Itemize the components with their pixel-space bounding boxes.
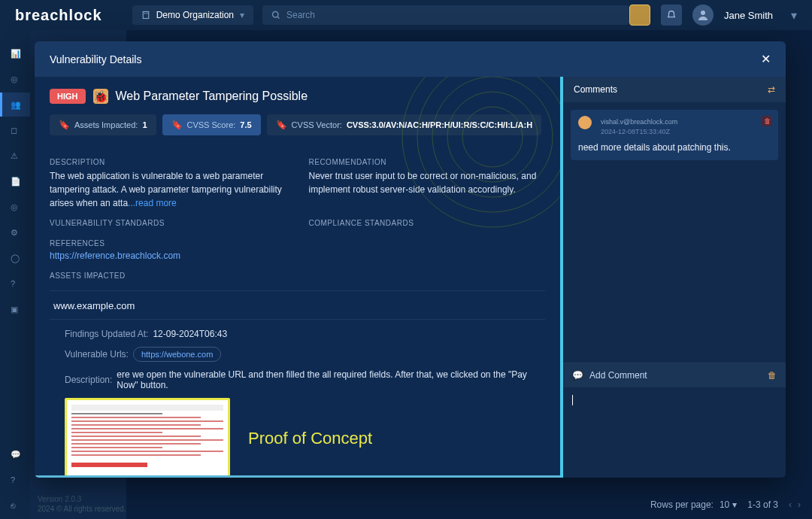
svg-point-3 xyxy=(273,12,279,18)
severity-badge: HIGH xyxy=(50,89,86,104)
building-icon xyxy=(141,11,150,20)
comment-date: 2024-12-08T15:33:40Z xyxy=(601,127,677,137)
comment-avatar xyxy=(578,116,592,129)
recommendation-text: Never trust user input to be correct or … xyxy=(309,169,546,196)
asset-domain[interactable]: www.example.com xyxy=(50,291,545,320)
sidebar-item[interactable]: ◯ xyxy=(0,246,30,270)
svg-point-5 xyxy=(701,11,705,15)
vulnerability-details-modal: Vulnerability Details ✕ HIGH 🐞 Web Param… xyxy=(35,41,786,478)
clear-comment-button[interactable]: 🗑 xyxy=(768,370,777,381)
svg-rect-1 xyxy=(144,13,145,14)
chevron-down-icon: ▾ xyxy=(732,499,737,510)
vuln-standards-label: VULNERABILITY STANDARDS xyxy=(50,219,286,227)
comment-author: vishal.v@breachlock.com xyxy=(601,117,677,127)
search-input[interactable]: Search xyxy=(262,5,629,25)
bookmark-icon: 🔖 xyxy=(276,120,287,130)
bell-icon[interactable] xyxy=(661,5,682,26)
vulnerable-url-pill[interactable]: https://webone.com xyxy=(133,347,221,362)
comment-text: need more details about patching this. xyxy=(578,142,771,153)
references-label: REFERENCES xyxy=(50,239,545,247)
logo: breachlock xyxy=(15,7,102,24)
bookmark-icon: 🔖 xyxy=(171,120,183,130)
sidebar-item[interactable]: 💬 xyxy=(0,442,30,466)
assets-impacted-label: ASSETS IMPACTED xyxy=(50,272,545,280)
sidebar: 📊 ◎ 👥 ◻ ⚠ 📄 ◎ ⚙ ◯ ? ▣ 💬 ? ⎋ xyxy=(0,30,30,519)
sidebar-item[interactable]: ◻ xyxy=(0,118,30,142)
sidebar-item[interactable]: ? xyxy=(0,468,30,492)
cvss-score-chip: 🔖 CVSS Score: 7.5 xyxy=(162,114,261,135)
description-text: The web application is vulnerable to a w… xyxy=(50,169,286,210)
cvss-vector-chip: 🔖 CVSS Vector: CVSS:3.0/AV:N/AC:H/PR:H/U… xyxy=(267,114,542,135)
svg-line-4 xyxy=(277,17,279,18)
rows-per-page-select[interactable]: 10 ▾ xyxy=(720,499,737,510)
comments-header: Comments xyxy=(574,84,617,95)
svg-rect-2 xyxy=(146,13,147,14)
pagination: Rows per page: 10 ▾ 1-3 of 3 ‹ › xyxy=(650,499,801,510)
sidebar-item[interactable]: ◎ xyxy=(0,195,30,219)
chevron-down-icon: ▾ xyxy=(240,10,244,20)
vulnerability-title: Web Parameter Tampering Possible xyxy=(116,90,308,103)
sidebar-item[interactable]: ◎ xyxy=(0,67,30,91)
sidebar-item[interactable]: ⚠ xyxy=(0,144,30,168)
modal-title: Vulnerability Details xyxy=(50,53,141,65)
delete-comment-button[interactable]: 🗑 xyxy=(762,116,772,126)
asset-description: ere we open the vulnerable URL and then … xyxy=(117,369,530,390)
footer: Version 2.0.3 2024 © All rights reserved… xyxy=(38,495,126,513)
comment-item: 🗑 vishal.v@breachlock.com 2024-12-08T15:… xyxy=(571,110,778,160)
chevron-down-icon[interactable]: ▾ xyxy=(791,8,797,23)
close-button[interactable]: ✕ xyxy=(761,52,771,66)
compliance-standards-label: COMPLIANCE STANDARDS xyxy=(309,219,546,227)
svg-rect-0 xyxy=(143,12,149,19)
expand-icon[interactable]: ⇄ xyxy=(768,84,775,95)
page-range: 1-3 of 3 xyxy=(747,499,778,510)
sidebar-item[interactable]: 📄 xyxy=(0,169,30,193)
sidebar-item[interactable]: ⎋ xyxy=(0,493,30,517)
bug-icon: 🐞 xyxy=(93,89,108,104)
assets-impacted-chip: 🔖 Assets Impacted: 1 xyxy=(50,114,156,135)
message-icon: 💬 xyxy=(572,370,583,381)
read-more-link[interactable]: ...read more xyxy=(128,198,177,208)
avatar[interactable] xyxy=(692,5,714,26)
reference-link[interactable]: https://reference.breachlock.com xyxy=(50,250,545,261)
sidebar-item[interactable]: ▣ xyxy=(0,297,30,321)
bookmark-icon: 🔖 xyxy=(59,120,70,130)
prev-page-button[interactable]: ‹ xyxy=(789,499,792,510)
sidebar-item[interactable]: 📊 xyxy=(0,41,30,65)
poc-label: Proof of Concept xyxy=(248,429,372,448)
sidebar-item[interactable]: 👥 xyxy=(0,93,30,117)
sidebar-item[interactable]: ⚙ xyxy=(0,220,30,244)
modal-header: Vulnerability Details ✕ xyxy=(35,41,786,77)
findings-updated-value: 12-09-2024T06:43 xyxy=(153,329,227,339)
org-selector[interactable]: Demo Organization ▾ xyxy=(132,5,253,25)
search-icon xyxy=(271,11,280,20)
user-name: Jane Smith xyxy=(724,10,773,21)
comments-pane: Comments ⇄ 🗑 vishal.v@breachlock.com 202… xyxy=(560,77,786,478)
description-label: DESCRIPTION xyxy=(50,158,286,166)
recommendation-label: RECOMMENDATION xyxy=(309,158,546,166)
scroll-indicator xyxy=(35,475,560,478)
alert-gold-icon[interactable] xyxy=(629,5,650,26)
details-pane: HIGH 🐞 Web Parameter Tampering Possible … xyxy=(35,77,560,478)
sidebar-item[interactable]: ? xyxy=(0,272,30,296)
add-comment-label: Add Comment xyxy=(589,370,647,381)
poc-screenshot[interactable] xyxy=(65,398,230,478)
comment-input[interactable] xyxy=(563,387,786,478)
next-page-button[interactable]: › xyxy=(798,499,801,510)
asset-block: www.example.com Findings Updated At: 12-… xyxy=(50,290,545,478)
topbar: breachlock Demo Organization ▾ Search Ja… xyxy=(0,0,812,30)
